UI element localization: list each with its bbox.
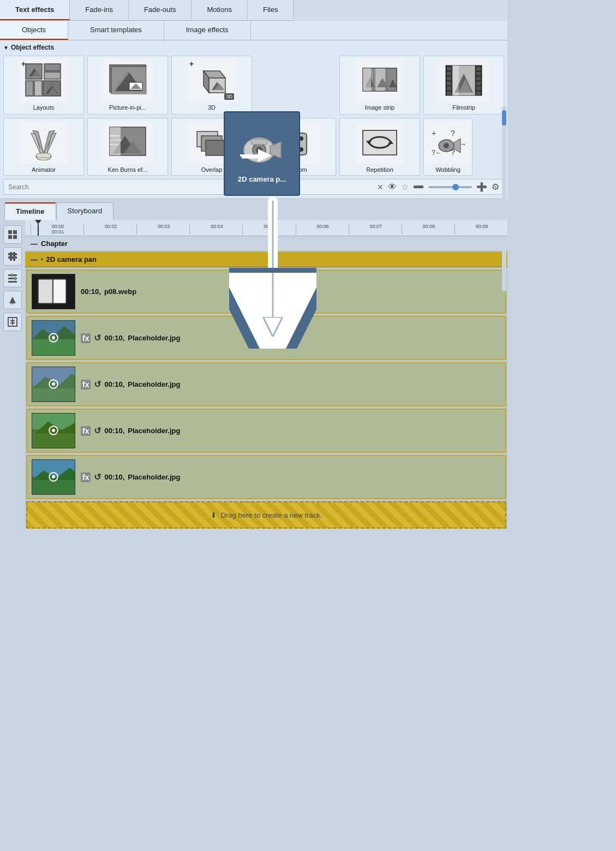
scrollbar-thumb[interactable] bbox=[502, 110, 506, 125]
scrollbar-track[interactable] bbox=[502, 106, 506, 291]
tool-btn-3[interactable] bbox=[3, 269, 22, 287]
animator-label: Animator bbox=[32, 166, 56, 173]
media-track-5[interactable]: fx ↺ 00:10, Placeholder.jpg bbox=[26, 455, 506, 499]
3d-icon: + 3D bbox=[187, 58, 236, 102]
ruler-mark-8: 00:09 bbox=[454, 224, 507, 235]
tab-objects[interactable]: Objects bbox=[0, 21, 68, 40]
svg-rect-27 bbox=[375, 68, 386, 91]
chapter-label: Chapter bbox=[41, 239, 68, 248]
loop-icon-2: ↺ bbox=[94, 333, 101, 343]
svg-rect-35 bbox=[447, 72, 451, 75]
svg-rect-28 bbox=[387, 68, 397, 91]
zoom-in-icon[interactable]: ➕ bbox=[476, 182, 487, 192]
zoom-slider[interactable] bbox=[428, 186, 472, 188]
effects-grid-row1: + bbox=[3, 56, 504, 115]
plus-badge: + bbox=[21, 59, 26, 68]
repetition-icon bbox=[355, 121, 404, 164]
svg-text:?←: ?← bbox=[432, 149, 442, 157]
cam-dot: • bbox=[41, 256, 43, 262]
svg-rect-2 bbox=[44, 72, 61, 79]
ruler-mark-6: 00:07 bbox=[349, 224, 402, 235]
timeline-section: Timeline Storyboard bbox=[0, 198, 507, 531]
track-chapter[interactable]: — Chapter bbox=[25, 236, 507, 251]
top-tabs: Text effects Fade-ins Fade-outs Motions … bbox=[0, 0, 294, 21]
tool-btn-5[interactable] bbox=[3, 313, 22, 331]
tab-image-effects[interactable]: Image effects bbox=[164, 21, 251, 40]
svg-rect-99 bbox=[15, 277, 16, 280]
effect-animator[interactable]: Animator bbox=[3, 118, 84, 176]
fx-badge-4: fx bbox=[81, 426, 91, 436]
thumb-5 bbox=[32, 459, 75, 495]
effect-repetition[interactable]: Repetition bbox=[339, 118, 420, 176]
second-tabs: Objects Smart templates Image effects bbox=[0, 21, 507, 40]
effect-wobbling[interactable]: + ? ?← →? ? Wobbling bbox=[423, 118, 473, 176]
tab-text-effects[interactable]: Text effects bbox=[0, 0, 70, 20]
clear-search-icon[interactable]: ✕ bbox=[377, 183, 384, 191]
media-track-4[interactable]: fx ↺ 00:10, Placeholder.jpg bbox=[26, 409, 506, 453]
star-icon[interactable]: ☆ bbox=[401, 182, 409, 192]
book-thumb bbox=[32, 274, 75, 309]
tab-fade-outs[interactable]: Fade-outs bbox=[129, 0, 192, 20]
pip-icon bbox=[103, 58, 152, 102]
svg-rect-1 bbox=[44, 64, 61, 71]
media-track-3[interactable]: fx ↺ 00:10, Placeholder.jpg bbox=[26, 362, 506, 406]
tab-storyboard[interactable]: Storyboard bbox=[56, 202, 114, 220]
3d-plus-badge: + bbox=[189, 59, 194, 68]
tool-btn-2[interactable] bbox=[3, 247, 22, 266]
thumb-2 bbox=[32, 320, 75, 356]
svg-rect-83 bbox=[251, 139, 267, 145]
tool-btn-1[interactable] bbox=[3, 225, 22, 244]
zoom-thumb[interactable] bbox=[452, 184, 459, 190]
svg-rect-90 bbox=[13, 235, 17, 239]
loop-icon-3: ↺ bbox=[94, 379, 101, 389]
filmstrip-icon bbox=[439, 58, 488, 102]
effect-pip[interactable]: Picture-in-pi... bbox=[87, 56, 168, 115]
drag-to-create-track[interactable]: ⬇ Drag here to create a new track. bbox=[26, 501, 506, 529]
zoom-out-icon[interactable]: ➖ bbox=[413, 182, 424, 192]
ruler-mark-2: 00:03 bbox=[136, 224, 189, 235]
wobbling-icon: + ? ?← →? ? bbox=[423, 121, 473, 164]
search-input[interactable] bbox=[8, 183, 373, 191]
3d-badge: 3D bbox=[224, 93, 234, 100]
eye-icon[interactable]: 👁 bbox=[388, 182, 397, 192]
tab-timeline[interactable]: Timeline bbox=[4, 202, 56, 220]
tool5-icon bbox=[7, 316, 18, 327]
effects-panel-wrapper: ▼ Object effects + bbox=[0, 40, 507, 198]
media-time-3: 00:10, bbox=[104, 380, 124, 388]
tab-fade-ins[interactable]: Fade-ins bbox=[70, 0, 129, 20]
track-2d-cam-pan[interactable]: — • 2D camera pan bbox=[25, 251, 507, 267]
ruler-mark-7: 00:08 bbox=[402, 224, 454, 235]
svg-rect-109 bbox=[53, 280, 65, 303]
pip-label: Picture-in-pi... bbox=[109, 104, 146, 111]
tool-btn-4[interactable] bbox=[3, 291, 22, 309]
effect-image-strip[interactable]: Image strip bbox=[339, 56, 420, 115]
media-track-1[interactable]: 00:10, p08.webp bbox=[26, 269, 506, 314]
media-info-4: fx ↺ 00:10, Placeholder.jpg bbox=[81, 425, 180, 436]
svg-rect-45 bbox=[476, 87, 481, 90]
media-time-2: 00:10, bbox=[104, 334, 124, 342]
tab-smart-templates[interactable]: Smart templates bbox=[68, 21, 164, 40]
effect-filmstrip[interactable]: Filmstrip bbox=[423, 56, 504, 115]
zoom-slider-container bbox=[428, 186, 472, 188]
svg-rect-32 bbox=[363, 68, 371, 91]
landscape-thumb-4 bbox=[32, 459, 75, 495]
3d-svg bbox=[193, 63, 231, 98]
effect-ken-burns[interactable]: Ken Burns ef... bbox=[87, 118, 168, 176]
settings-icon[interactable]: ⚙ bbox=[492, 182, 499, 192]
filmstrip-svg bbox=[445, 63, 483, 98]
effect-layouts[interactable]: + bbox=[3, 56, 84, 115]
media-time-1: 00:10, bbox=[81, 287, 101, 296]
fx-badge-3: fx bbox=[81, 380, 91, 389]
svg-point-115 bbox=[52, 336, 55, 339]
ken-burns-label: Ken Burns ef... bbox=[108, 166, 148, 173]
tab-files[interactable]: Files bbox=[248, 0, 294, 20]
tab-motions[interactable]: Motions bbox=[192, 0, 248, 20]
cam-pan-label: 2D camera pan bbox=[46, 255, 97, 263]
wobbling-svg: + ? ?← →? ? bbox=[429, 125, 467, 160]
effect-3d[interactable]: + 3D 3D bbox=[171, 56, 252, 115]
svg-rect-93 bbox=[10, 252, 12, 261]
media-track-2[interactable]: fx ↺ 00:10, Placeholder.jpg bbox=[26, 316, 506, 360]
svg-rect-91 bbox=[8, 253, 17, 255]
playhead[interactable] bbox=[35, 220, 41, 236]
tooltip-label: 2D camera p... bbox=[238, 175, 286, 183]
